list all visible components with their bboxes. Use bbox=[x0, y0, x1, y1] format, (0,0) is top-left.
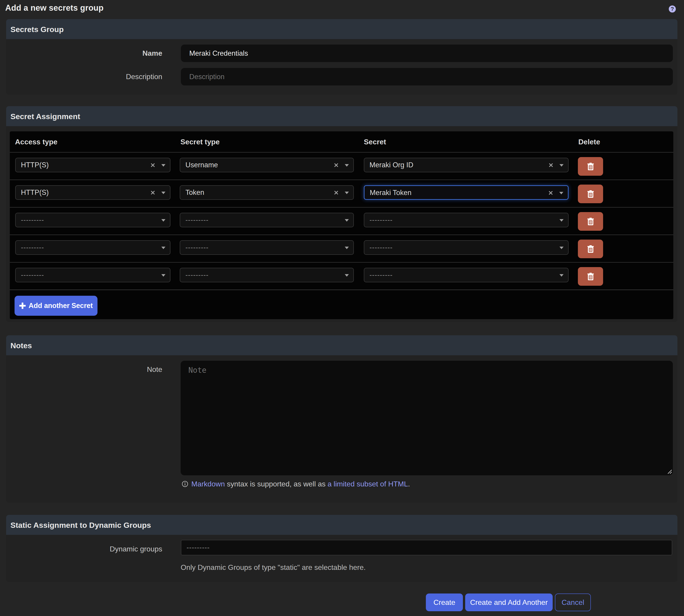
column-header-access-type: Access type bbox=[15, 131, 58, 152]
secret-select-4[interactable]: --------- bbox=[364, 240, 569, 255]
access-type-select-2[interactable]: HTTP(S) bbox=[15, 185, 170, 200]
chevron-down-icon[interactable] bbox=[345, 219, 349, 222]
chevron-down-icon[interactable] bbox=[161, 247, 165, 249]
dynamic-groups-panel-header: Static Assignment to Dynamic Groups bbox=[6, 515, 678, 535]
secret-type-value-1: Username bbox=[185, 158, 218, 172]
note-helper-text: Markdown syntax is supported, as well as… bbox=[191, 480, 410, 488]
clear-icon[interactable] bbox=[149, 158, 156, 172]
access-type-select-1[interactable]: HTTP(S) bbox=[15, 158, 170, 172]
notes-panel: Notes Note Markdown syntax is supported,… bbox=[6, 335, 678, 503]
secrets-group-panel-title: Secrets Group bbox=[10, 25, 64, 34]
secret-assignment-panel-title: Secret Assignment bbox=[10, 112, 80, 121]
trash-icon bbox=[588, 163, 594, 170]
html-subset-link[interactable]: a limited subset of HTML bbox=[327, 480, 408, 488]
secret-assignment-table: Access type Secret type Secret Delete HT… bbox=[10, 131, 673, 319]
clear-icon[interactable] bbox=[547, 158, 554, 172]
cancel-button[interactable]: Cancel bbox=[555, 594, 591, 611]
chevron-down-icon[interactable] bbox=[345, 247, 349, 249]
chevron-down-icon[interactable] bbox=[161, 164, 165, 167]
trash-icon bbox=[588, 218, 594, 225]
dynamic-groups-panel: Static Assignment to Dynamic Groups Dyna… bbox=[6, 515, 678, 582]
column-header-secret-type: Secret type bbox=[180, 131, 220, 152]
notes-panel-header: Notes bbox=[6, 335, 678, 355]
chevron-down-icon[interactable] bbox=[560, 274, 564, 277]
access-type-value-4: --------- bbox=[21, 241, 44, 255]
dynamic-groups-select[interactable]: --------- bbox=[181, 540, 672, 555]
delete-row-button-5[interactable] bbox=[578, 267, 603, 286]
add-another-secret-button[interactable]: Add another Secret bbox=[15, 296, 97, 316]
info-icon bbox=[182, 481, 188, 487]
secret-type-select-2[interactable]: Token bbox=[180, 185, 354, 200]
note-helper-mid: syntax is supported, as well as bbox=[225, 480, 328, 488]
access-type-select-4[interactable]: --------- bbox=[15, 240, 170, 255]
secret-type-select-5[interactable]: --------- bbox=[180, 268, 354, 282]
secrets-group-panel: Secrets Group Name Description bbox=[6, 19, 678, 95]
chevron-down-icon[interactable] bbox=[560, 219, 564, 222]
chevron-down-icon[interactable] bbox=[161, 219, 165, 222]
chevron-down-icon[interactable] bbox=[161, 274, 165, 277]
chevron-down-icon[interactable] bbox=[345, 164, 349, 167]
secret-select-3[interactable]: --------- bbox=[364, 213, 569, 227]
delete-row-button-3[interactable] bbox=[578, 212, 603, 231]
chevron-down-icon[interactable] bbox=[345, 192, 349, 194]
secret-row-3: --------- --------- --------- bbox=[10, 207, 673, 235]
create-button[interactable]: Create bbox=[426, 594, 463, 611]
plus-icon bbox=[19, 303, 26, 309]
note-helper-end: . bbox=[408, 480, 410, 488]
secret-row-2: HTTP(S) Token Meraki Token bbox=[10, 180, 673, 207]
secret-value-5: --------- bbox=[369, 268, 393, 282]
secret-row-5: --------- --------- --------- bbox=[10, 262, 673, 290]
secret-type-select-3[interactable]: --------- bbox=[180, 213, 354, 227]
note-textarea[interactable] bbox=[181, 361, 673, 475]
column-header-secret: Secret bbox=[364, 131, 386, 152]
secret-assignment-panel: Secret Assignment Access type Secret typ… bbox=[6, 106, 678, 322]
clear-icon[interactable] bbox=[333, 186, 340, 199]
markdown-link[interactable]: Markdown bbox=[191, 480, 225, 488]
chevron-down-icon[interactable] bbox=[161, 192, 165, 194]
description-input[interactable] bbox=[181, 68, 673, 86]
chevron-down-icon[interactable] bbox=[559, 192, 563, 194]
create-and-add-another-button[interactable]: Create and Add Another bbox=[465, 594, 553, 611]
resize-grip-icon[interactable] bbox=[667, 469, 672, 475]
access-type-value-5: --------- bbox=[21, 268, 44, 282]
form-actions: Create Create and Add Another Cancel bbox=[0, 594, 591, 611]
access-type-select-3[interactable]: --------- bbox=[15, 213, 170, 227]
name-input[interactable] bbox=[181, 45, 673, 62]
clear-icon[interactable] bbox=[547, 186, 554, 200]
page-title: Add a new secrets group bbox=[5, 3, 104, 13]
chevron-down-icon[interactable] bbox=[560, 247, 564, 249]
column-header-delete: Delete bbox=[578, 131, 600, 152]
chevron-down-icon[interactable] bbox=[560, 164, 564, 167]
secret-type-value-3: --------- bbox=[185, 213, 209, 227]
description-label: Description bbox=[6, 68, 162, 86]
secret-type-value-2: Token bbox=[185, 186, 204, 199]
access-type-select-5[interactable]: --------- bbox=[15, 268, 170, 282]
note-helper: Markdown syntax is supported, as well as… bbox=[182, 479, 410, 489]
page: Add a new secrets group ? Secrets Group … bbox=[0, 0, 684, 616]
add-secret-row: Add another Secret bbox=[10, 290, 673, 319]
secret-assignment-table-header: Access type Secret type Secret Delete bbox=[10, 131, 673, 152]
dynamic-groups-placeholder: --------- bbox=[181, 544, 210, 552]
dynamic-groups-label: Dynamic groups bbox=[6, 541, 162, 557]
secret-select-1[interactable]: Meraki Org ID bbox=[364, 158, 569, 172]
name-label: Name bbox=[6, 45, 162, 62]
chevron-down-icon[interactable] bbox=[345, 274, 349, 277]
secret-assignment-panel-header: Secret Assignment bbox=[6, 106, 678, 126]
secret-type-value-4: --------- bbox=[185, 241, 209, 255]
clear-icon[interactable] bbox=[149, 186, 156, 199]
delete-row-button-1[interactable] bbox=[578, 157, 603, 176]
help-icon[interactable]: ? bbox=[669, 5, 676, 13]
secret-row-1: HTTP(S) Username Meraki Org ID bbox=[10, 152, 673, 180]
trash-icon bbox=[588, 273, 594, 280]
add-another-secret-label: Add another Secret bbox=[29, 302, 93, 310]
notes-panel-title: Notes bbox=[10, 341, 32, 350]
secret-select-2[interactable]: Meraki Token bbox=[364, 185, 569, 200]
delete-row-button-4[interactable] bbox=[578, 240, 603, 258]
clear-icon[interactable] bbox=[333, 158, 340, 172]
secret-select-5[interactable]: --------- bbox=[364, 268, 569, 282]
delete-row-button-2[interactable] bbox=[578, 184, 603, 203]
trash-icon bbox=[588, 190, 594, 198]
secret-type-select-1[interactable]: Username bbox=[180, 158, 354, 172]
secret-type-select-4[interactable]: --------- bbox=[180, 240, 354, 255]
access-type-value-2: HTTP(S) bbox=[21, 186, 49, 199]
